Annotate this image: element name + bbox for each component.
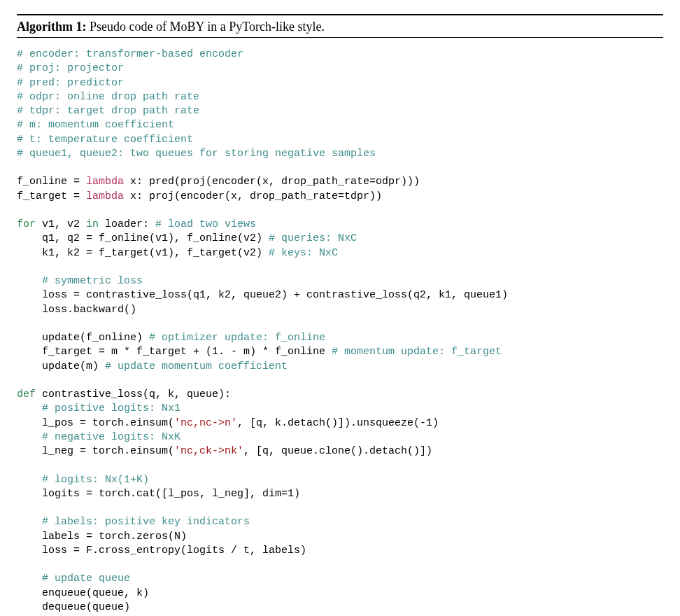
code-line: f_online = [17, 176, 86, 188]
algorithm-block: Algorithm 1: Pseudo code of MoBY in a Py… [17, 14, 663, 616]
comment-symloss: # symmetric loss [17, 275, 143, 287]
algorithm-label: Algorithm 1: [17, 20, 86, 34]
keyword-lambda: lambda [86, 176, 124, 188]
code-line: loss = F.cross_entropy(logits / t, label… [17, 545, 306, 556]
code-line: v1, v2 [36, 218, 86, 230]
comment-queries: # queries: NxC [269, 232, 357, 244]
comment-neglogits: # negative logits: NxK [17, 431, 180, 443]
algorithm-caption: Pseudo code of MoBY in a PyTorch-like st… [90, 20, 325, 34]
comment-labels: # labels: positive key indicators [17, 516, 250, 528]
comment-odpr: # odpr: online drop path rate [17, 91, 199, 103]
code-line: update(f_online) [17, 332, 149, 344]
comment-poslogits: # positive logits: Nx1 [17, 402, 180, 414]
code-line: labels = torch.zeros(N) [17, 531, 187, 542]
string-literal: 'nc,nc->n' [174, 417, 237, 429]
code-line: l_neg = torch.einsum( [17, 445, 174, 457]
comment-queues: # queue1, queue2: two queues for storing… [17, 148, 376, 160]
comment-tdpr: # tdpr: target drop path rate [17, 105, 199, 117]
comment-updatequeue: # update queue [17, 573, 130, 584]
code-line: x: pred(proj(encoder(x, drop_path_rate=o… [124, 176, 420, 188]
code-line: loss.backward() [17, 304, 136, 316]
code-line: update(m) [17, 360, 105, 372]
keyword-for: for [17, 218, 36, 230]
comment-proj: # proj: projector [17, 62, 124, 74]
comment-t: # t: temperature coefficient [17, 134, 193, 146]
code-line: f_target = m * f_target + (1. - m) * f_o… [17, 346, 332, 358]
comment-updatem: # update momentum coefficient [105, 360, 288, 372]
keyword-def: def [17, 388, 36, 400]
comment-momupdate: # momentum update: f_target [332, 346, 502, 358]
code-line: l_pos = torch.einsum( [17, 417, 174, 429]
keyword-in: in [86, 218, 99, 230]
string-literal: 'nc,ck->nk' [174, 445, 243, 457]
code-line: enqueue(queue, k) [17, 587, 149, 599]
code-line: , [q, queue.clone().detach()]) [243, 445, 432, 457]
comment-keys: # keys: NxC [269, 247, 338, 259]
code-line: q1, q2 = f_online(v1), f_online(v2) [17, 232, 269, 244]
comment-m: # m: momentum coefficient [17, 119, 174, 131]
code-line: logits = torch.cat([l_pos, l_neg], dim=1… [17, 488, 300, 500]
code-line: k1, k2 = f_target(v1), f_target(v2) [17, 247, 269, 259]
keyword-lambda: lambda [86, 190, 124, 202]
code-line: contrastive_loss(q, k, queue): [36, 388, 231, 400]
code-line: , [q, k.detach()]).unsqueeze(-1) [237, 417, 439, 429]
pseudocode: # encoder: transformer-based encoder # p… [17, 48, 663, 616]
algorithm-title-row: Algorithm 1: Pseudo code of MoBY in a Py… [17, 15, 663, 38]
comment-encoder: # encoder: transformer-based encoder [17, 48, 243, 60]
algorithm-body: # encoder: transformer-based encoder # p… [17, 38, 663, 616]
code-line: loss = contrastive_loss(q1, k2, queue2) … [17, 289, 508, 301]
code-line: dequeue(queue) [17, 601, 130, 613]
code-line: loader: [99, 218, 155, 230]
code-line: x: proj(encoder(x, drop_path_rate=tdpr)) [124, 190, 382, 202]
comment-logits: # logits: Nx(1+K) [17, 474, 149, 486]
comment-loadviews: # load two views [155, 218, 256, 230]
comment-pred: # pred: predictor [17, 77, 124, 89]
comment-optupdate: # optimizer update: f_online [149, 332, 325, 344]
code-line: f_target = [17, 190, 86, 202]
